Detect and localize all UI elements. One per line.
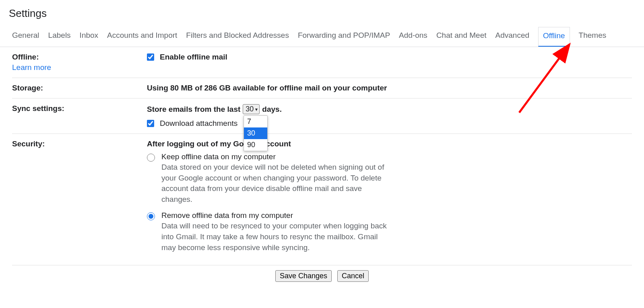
enable-offline-checkbox[interactable] [147,53,154,61]
button-row: Save Changes Cancel [12,265,632,290]
tab-chat-and-meet[interactable]: Chat and Meet [436,27,487,47]
tab-inbox[interactable]: Inbox [80,27,98,47]
section-security: Security: After logging out of my Google… [12,134,632,265]
security-option-text-0: Keep offline data on my computerData sto… [161,152,387,205]
section-sync: Sync settings: Store emails from the las… [12,99,632,134]
storage-text: Using 80 MB of 286 GB available for offl… [147,84,387,92]
security-option-label-1: Remove offline data from my computer [161,211,387,220]
tab-add-ons[interactable]: Add-ons [399,27,427,47]
security-option-text-1: Remove offline data from my computerData… [161,211,387,253]
security-heading-post: ccount [266,140,291,148]
security-radio-group: Keep offline data on my computerData sto… [147,152,632,253]
offline-label-text: Offline: [12,53,39,61]
days-option-90[interactable]: 90 [244,139,267,151]
days-dropdown: 73090 [244,115,268,151]
download-attachments-checkbox[interactable] [147,120,154,127]
days-select[interactable]: 30 ▾ [243,104,260,114]
security-option-0: Keep offline data on my computerData sto… [147,152,632,205]
security-heading-pre: After logging out of my Go [147,140,244,148]
tab-themes[interactable]: Themes [579,27,607,47]
section-storage: Storage: Using 80 MB of 286 GB available… [12,78,632,99]
section-label-security: Security: [12,140,147,259]
tab-forwarding-and-pop-imap[interactable]: Forwarding and POP/IMAP [298,27,390,47]
security-radio-1[interactable] [147,212,155,220]
tab-accounts-and-import[interactable]: Accounts and Import [107,27,177,47]
tab-labels[interactable]: Labels [48,27,71,47]
section-label-sync: Sync settings: [12,104,147,128]
settings-tabs: GeneralLabelsInboxAccounts and ImportFil… [0,27,644,47]
security-heading: After logging out of my Google account [147,140,632,148]
save-changes-button[interactable]: Save Changes [275,270,332,282]
section-label-storage: Storage: [12,84,147,92]
tab-advanced[interactable]: Advanced [495,27,530,47]
store-prefix: Store emails from the last [147,105,240,114]
learn-more-link[interactable]: Learn more [12,63,147,72]
security-option-desc-0: Data stored on your device will not be d… [161,162,387,205]
cancel-button[interactable]: Cancel [337,270,369,282]
security-radio-0[interactable] [147,154,155,162]
security-option-desc-1: Data will need to be resynced to your co… [161,221,387,253]
enable-offline-label: Enable offline mail [160,53,227,62]
section-offline: Offline: Learn more Enable offline mail [12,47,632,78]
tab-offline[interactable]: Offline [538,27,570,47]
section-label-offline: Offline: Learn more [12,53,147,72]
download-attachments-label: Download attachments [160,119,237,128]
security-option-1: Remove offline data from my computerData… [147,211,632,253]
chevron-down-icon: ▾ [255,107,258,112]
page-title: Settings [0,0,644,27]
tab-filters-and-blocked-addresses[interactable]: Filters and Blocked Addresses [186,27,289,47]
days-select-value: 30 [246,105,254,113]
days-option-30[interactable]: 30 [244,127,267,139]
tab-general[interactable]: General [12,27,39,47]
store-suffix: days. [262,105,282,114]
days-option-7[interactable]: 7 [244,116,267,127]
security-option-label-0: Keep offline data on my computer [161,152,387,161]
